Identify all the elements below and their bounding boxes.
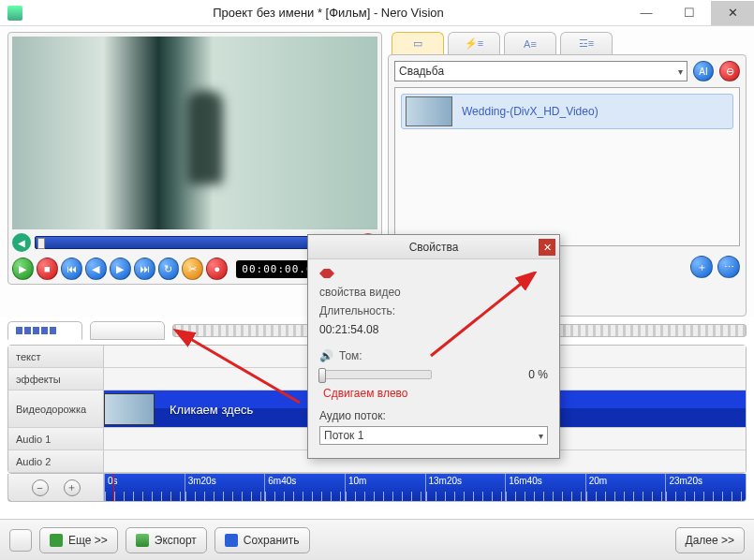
audio-stream-value: Поток 1 bbox=[324, 429, 363, 442]
library-category-value: Свадьба bbox=[399, 65, 444, 78]
track-label-audio2: Audio 2 bbox=[8, 450, 104, 472]
play-button[interactable]: ▶ bbox=[12, 258, 34, 280]
help-button[interactable] bbox=[9, 529, 32, 552]
chevron-down-icon bbox=[678, 65, 683, 78]
time-ruler[interactable]: − ＋ 0s 3m20s 6m40s 10m 13m20s 16m40s 20m… bbox=[7, 474, 747, 502]
next-frame-button[interactable]: ⏭ bbox=[134, 258, 155, 280]
track-label-effects: эффекты bbox=[8, 368, 104, 390]
ruler-tick: 13m20s bbox=[425, 474, 506, 501]
track-label-audio1: Audio 1 bbox=[8, 428, 104, 449]
save-button-label: Сохранить bbox=[244, 534, 300, 547]
title-bar: Проект без имени * [Фильм] - Nero Vision bbox=[0, 0, 754, 26]
library-tab-media[interactable]: ▭ bbox=[392, 32, 444, 54]
minimize-button[interactable] bbox=[625, 1, 668, 25]
properties-dialog[interactable]: Свойства ✕ свойства видео Длительность: … bbox=[307, 234, 560, 459]
ruler-tick: 0s bbox=[104, 474, 185, 501]
shift-annotation: Сдвигаем влево bbox=[323, 387, 407, 400]
next-button-label: Далее >> bbox=[686, 534, 735, 547]
window-title: Проект без имени * [Фильм] - Nero Vision bbox=[32, 6, 625, 20]
props-section-label: свойства видео bbox=[319, 286, 401, 299]
loop-button[interactable]: ↻ bbox=[158, 258, 180, 280]
next-button[interactable]: Далее >> bbox=[675, 527, 746, 553]
mark-in-button[interactable]: ◀ bbox=[12, 233, 31, 252]
library-item-name: Wedding-(DivX_HD_Video) bbox=[462, 105, 599, 118]
save-icon bbox=[225, 534, 238, 547]
track-label-video: Видеодорожка bbox=[8, 391, 104, 427]
app-icon bbox=[7, 6, 22, 21]
volume-value: 0 % bbox=[528, 368, 548, 381]
properties-close-button[interactable]: ✕ bbox=[539, 239, 555, 256]
bottom-toolbar: Еще >> Экспорт Сохранить Далее >> bbox=[0, 519, 754, 560]
video-preview[interactable] bbox=[12, 37, 377, 229]
duration-value: 00:21:54.08 bbox=[319, 323, 378, 336]
volume-label: Том: bbox=[339, 349, 362, 362]
more-button[interactable]: Еще >> bbox=[39, 527, 118, 553]
audio-stream-label: Аудио поток: bbox=[319, 409, 548, 422]
video-clip[interactable]: Кликаем здесь bbox=[104, 392, 253, 426]
chevron-down-icon bbox=[539, 429, 543, 442]
save-button[interactable]: Сохранить bbox=[214, 527, 310, 553]
timeline-tab-timeline[interactable] bbox=[90, 321, 165, 340]
clip-label: Кликаем здесь bbox=[170, 403, 253, 417]
maximize-button[interactable] bbox=[668, 1, 711, 25]
stop-button[interactable]: ■ bbox=[37, 258, 58, 280]
step-fwd-button[interactable]: ▶ bbox=[110, 258, 131, 280]
library-delete-button[interactable]: ⊖ bbox=[719, 61, 740, 81]
ruler-tick: 23m20s bbox=[665, 474, 746, 501]
ruler-tick: 10m bbox=[345, 474, 425, 501]
library-view-button[interactable]: AI bbox=[693, 61, 714, 81]
timeline-tab-storyboard[interactable] bbox=[7, 321, 82, 340]
export-button-label: Экспорт bbox=[155, 534, 197, 547]
library-tab-effects[interactable]: ⚡≡ bbox=[448, 32, 500, 54]
playhead[interactable] bbox=[113, 474, 114, 502]
library-tab-transitions[interactable]: ☲≡ bbox=[560, 32, 613, 54]
zoom-out-button[interactable]: − bbox=[32, 479, 49, 496]
snapshot-button[interactable]: ✂ bbox=[182, 258, 203, 280]
library-tab-text[interactable]: A≡ bbox=[504, 32, 556, 54]
library-item-thumbnail bbox=[406, 96, 452, 126]
volume-slider[interactable] bbox=[319, 370, 432, 379]
export-icon bbox=[136, 534, 149, 547]
zoom-in-button[interactable]: ＋ bbox=[64, 479, 81, 496]
audio-stream-select[interactable]: Поток 1 bbox=[319, 426, 548, 445]
step-back-button[interactable]: ◀ bbox=[85, 258, 107, 280]
ruler-tick: 16m40s bbox=[505, 474, 585, 501]
duration-label: Длительность: bbox=[319, 304, 395, 317]
more-button-label: Еще >> bbox=[68, 534, 108, 547]
pin-icon bbox=[319, 269, 334, 278]
prev-frame-button[interactable]: ⏮ bbox=[61, 258, 82, 280]
more-icon bbox=[50, 534, 63, 547]
add-button[interactable]: ＋ bbox=[690, 256, 713, 278]
properties-titlebar[interactable]: Свойства ✕ bbox=[308, 235, 559, 259]
speaker-icon: 🔊 bbox=[319, 349, 333, 362]
options-button[interactable]: ⋯ bbox=[717, 256, 740, 278]
ruler-tick: 20m bbox=[585, 474, 666, 501]
volume-slider-thumb[interactable] bbox=[318, 368, 326, 383]
properties-title-text: Свойства bbox=[409, 241, 459, 254]
ruler-tick: 6m40s bbox=[264, 474, 345, 501]
ruler-tick: 3m20s bbox=[185, 474, 265, 501]
clip-thumbnail bbox=[104, 393, 155, 425]
window-close-button[interactable] bbox=[711, 1, 754, 25]
library-category-select[interactable]: Свадьба bbox=[394, 61, 687, 81]
track-label-text: текст bbox=[8, 346, 104, 367]
record-button[interactable]: ● bbox=[206, 258, 228, 280]
export-button[interactable]: Экспорт bbox=[126, 527, 207, 553]
library-list: Wedding-(DivX_HD_Video) bbox=[394, 87, 740, 246]
library-item[interactable]: Wedding-(DivX_HD_Video) bbox=[401, 94, 733, 129]
